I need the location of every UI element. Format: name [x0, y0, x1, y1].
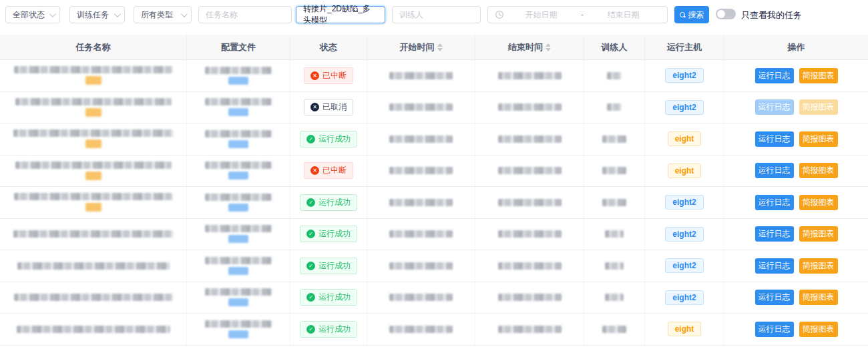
redacted-config-link[interactable]	[228, 108, 248, 116]
run-log-button[interactable]: 运行日志	[755, 226, 794, 242]
check-circle-icon: ✓	[306, 198, 315, 207]
config-file-cell	[187, 219, 290, 250]
status-cell: ✕已中断	[290, 155, 367, 187]
my-tasks-toggle[interactable]	[716, 9, 736, 19]
col-header-host: 运行主机	[645, 35, 724, 59]
config-file-cell	[187, 123, 290, 155]
trainer-cell	[584, 314, 645, 345]
report-chart-button[interactable]: 简报图表	[799, 195, 838, 210]
end-time-cell	[475, 282, 584, 314]
status-cell: ✓运行成功	[290, 250, 367, 282]
model-search-input[interactable]: 转接片_2D缺陷_多头模型	[296, 6, 385, 23]
status-badge: ✕已取消	[304, 99, 353, 115]
actions-cell: 运行日志 简报图表	[724, 219, 868, 250]
config-file-cell	[187, 155, 290, 187]
start-time-cell	[367, 187, 475, 218]
actions-cell: 运行日志 简报图表	[724, 60, 868, 91]
run-log-button[interactable]: 运行日志	[755, 258, 794, 274]
status-select[interactable]: 全部状态	[5, 6, 60, 23]
table-row: ✓运行成功 eight 运行日志 简报图表	[0, 123, 868, 155]
trainer-cell	[584, 92, 645, 123]
redacted-config-link[interactable]	[228, 298, 248, 306]
host-badge: eight2	[665, 100, 703, 115]
status-select-value: 全部状态	[13, 9, 45, 21]
status-cell: ✓运行成功	[290, 123, 367, 155]
task-name-input[interactable]: 任务名称	[198, 6, 292, 23]
actions-cell: 运行日志 简报图表	[724, 282, 868, 314]
host-badge: eight	[668, 163, 702, 178]
host-badge: eight2	[665, 258, 703, 273]
redacted-config-link[interactable]	[228, 140, 248, 148]
redacted-config-file	[205, 67, 272, 74]
task-name-cell	[0, 314, 187, 345]
report-chart-button[interactable]: 简报图表	[799, 68, 838, 83]
report-chart-button[interactable]: 简报图表	[799, 258, 838, 274]
redacted-config-link[interactable]	[228, 171, 248, 180]
trainer-input[interactable]: 训练人	[392, 6, 481, 23]
search-button[interactable]: 搜索	[674, 6, 709, 23]
redacted-end-time	[498, 294, 562, 301]
status-badge: ✕已中断	[304, 162, 353, 179]
task-management-page: 全部状态 训练任务 所有类型 任务名称 转接片_2D缺陷_多头模型 训练人 开始…	[0, 0, 868, 351]
status-badge: ✓运行成功	[300, 131, 357, 147]
col-header-start-time[interactable]: 开始时间	[367, 35, 475, 59]
run-log-button[interactable]: 运行日志	[755, 163, 794, 178]
status-cell: ✕已取消	[290, 92, 367, 123]
host-cell: eight2	[645, 187, 724, 218]
actions-cell: 运行日志 简报图表	[724, 123, 868, 155]
task-type-select-value: 训练任务	[77, 9, 109, 21]
report-chart-button[interactable]: 简报图表	[799, 226, 838, 242]
config-file-cell	[187, 250, 290, 282]
table-row: ✓运行成功 eight2 运行日志 简报图表	[0, 219, 868, 251]
run-log-button[interactable]: 运行日志	[755, 68, 794, 83]
end-date-placeholder: 结束日期	[586, 9, 660, 21]
end-time-cell	[475, 250, 584, 282]
end-time-cell	[475, 60, 584, 91]
report-chart-button[interactable]: 简报图表	[799, 131, 838, 147]
run-log-button[interactable]: 运行日志	[755, 322, 794, 337]
task-type-select[interactable]: 训练任务	[69, 6, 125, 23]
status-badge: ✓运行成功	[300, 258, 357, 274]
config-file-cell	[187, 282, 290, 314]
actions-cell: 运行日志 简报图表	[724, 187, 868, 218]
date-range-picker[interactable]: 开始日期 - 结束日期	[487, 6, 668, 23]
redacted-config-link[interactable]	[228, 267, 248, 275]
report-chart-button[interactable]: 简报图表	[799, 99, 838, 115]
sort-icon[interactable]	[546, 43, 551, 51]
run-log-button[interactable]: 运行日志	[755, 195, 794, 210]
model-search-value: 转接片_2D缺陷_多头模型	[303, 3, 378, 26]
run-log-button[interactable]: 运行日志	[755, 99, 794, 115]
config-file-cell	[187, 314, 290, 345]
redacted-config-link[interactable]	[228, 204, 248, 212]
status-badge: ✕已中断	[304, 67, 353, 84]
sort-icon[interactable]	[437, 43, 443, 51]
trainer-cell	[584, 282, 645, 314]
redacted-task-tag	[85, 203, 101, 212]
report-chart-button[interactable]: 简报图表	[799, 322, 838, 337]
report-chart-button[interactable]: 简报图表	[799, 290, 838, 305]
col-header-trainer: 训练人	[584, 35, 645, 59]
status-badge: ✓运行成功	[300, 194, 357, 211]
chevron-down-icon	[181, 11, 188, 17]
end-time-cell	[475, 219, 584, 250]
x-circle-icon: ✕	[310, 166, 319, 175]
redacted-start-time	[389, 326, 453, 333]
report-chart-button[interactable]: 简报图表	[799, 163, 838, 178]
task-name-cell	[0, 282, 187, 314]
actions-cell: 运行日志 简报图表	[724, 314, 868, 345]
redacted-config-link[interactable]	[228, 77, 248, 85]
category-select[interactable]: 所有类型	[134, 6, 192, 23]
col-header-end-time[interactable]: 结束时间	[475, 35, 584, 59]
search-button-label: 搜索	[688, 9, 704, 21]
task-name-cell	[0, 250, 187, 282]
table-header: 任务名称 配置文件 状态 开始时间 结束时间 训练人 运行主机 操作	[0, 35, 868, 60]
run-log-button[interactable]: 运行日志	[755, 131, 794, 147]
start-time-cell	[367, 123, 475, 155]
redacted-task-name	[17, 262, 170, 270]
run-log-button[interactable]: 运行日志	[755, 290, 794, 305]
redacted-config-link[interactable]	[228, 235, 248, 243]
host-cell: eight2	[645, 250, 724, 282]
redacted-config-link[interactable]	[228, 330, 248, 338]
host-badge: eight2	[665, 68, 703, 83]
chevron-down-icon	[49, 11, 56, 17]
